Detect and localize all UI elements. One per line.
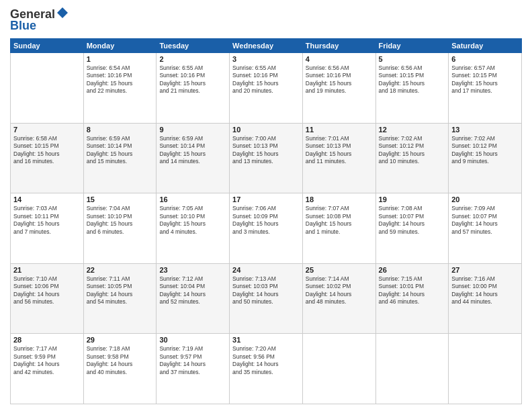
calendar-cell: 2Sunrise: 6:55 AM Sunset: 10:16 PM Dayli… bbox=[157, 53, 230, 124]
day-info: Sunrise: 7:07 AM Sunset: 10:08 PM Daylig… bbox=[306, 205, 373, 236]
day-number: 20 bbox=[451, 195, 519, 203]
calendar-cell: 8Sunrise: 6:59 AM Sunset: 10:14 PM Dayli… bbox=[83, 123, 157, 193]
calendar-week-row: 1Sunrise: 6:54 AM Sunset: 10:16 PM Dayli… bbox=[11, 53, 522, 124]
calendar-cell: 5Sunrise: 6:56 AM Sunset: 10:15 PM Dayli… bbox=[375, 53, 449, 124]
day-info: Sunrise: 7:01 AM Sunset: 10:13 PM Daylig… bbox=[306, 135, 373, 166]
day-number: 14 bbox=[13, 195, 81, 203]
day-number: 4 bbox=[306, 55, 373, 63]
calendar-cell: 24Sunrise: 7:13 AM Sunset: 10:03 PM Dayl… bbox=[230, 263, 303, 334]
day-number: 28 bbox=[13, 336, 81, 344]
calendar-cell: 22Sunrise: 7:11 AM Sunset: 10:05 PM Dayl… bbox=[83, 263, 157, 334]
calendar-cell bbox=[11, 53, 84, 124]
calendar-cell: 6Sunrise: 6:57 AM Sunset: 10:15 PM Dayli… bbox=[449, 53, 522, 124]
day-number: 25 bbox=[306, 266, 373, 274]
weekday-header-tuesday: Tuesday bbox=[157, 39, 230, 53]
weekday-header-monday: Monday bbox=[83, 39, 157, 53]
day-info: Sunrise: 6:55 AM Sunset: 10:16 PM Daylig… bbox=[159, 64, 226, 95]
weekday-header-row: SundayMondayTuesdayWednesdayThursdayFrid… bbox=[11, 39, 522, 53]
day-info: Sunrise: 7:17 AM Sunset: 9:59 PM Dayligh… bbox=[13, 345, 81, 376]
calendar-week-row: 21Sunrise: 7:10 AM Sunset: 10:06 PM Dayl… bbox=[11, 263, 522, 334]
day-number: 8 bbox=[87, 126, 154, 134]
day-number: 6 bbox=[451, 55, 519, 63]
day-info: Sunrise: 7:20 AM Sunset: 9:56 PM Dayligh… bbox=[232, 345, 300, 376]
day-number: 27 bbox=[451, 266, 519, 274]
calendar-cell: 1Sunrise: 6:54 AM Sunset: 10:16 PM Dayli… bbox=[83, 53, 157, 124]
day-number: 15 bbox=[87, 195, 154, 203]
day-info: Sunrise: 6:56 AM Sunset: 10:16 PM Daylig… bbox=[306, 64, 373, 95]
day-number: 12 bbox=[379, 126, 446, 134]
calendar-cell: 28Sunrise: 7:17 AM Sunset: 9:59 PM Dayli… bbox=[11, 334, 84, 404]
day-info: Sunrise: 7:03 AM Sunset: 10:11 PM Daylig… bbox=[13, 205, 81, 236]
calendar-cell: 3Sunrise: 6:55 AM Sunset: 10:16 PM Dayli… bbox=[230, 53, 303, 124]
svg-marker-0 bbox=[57, 7, 68, 18]
calendar-cell: 16Sunrise: 7:05 AM Sunset: 10:10 PM Dayl… bbox=[157, 193, 230, 264]
day-info: Sunrise: 6:59 AM Sunset: 10:14 PM Daylig… bbox=[87, 135, 154, 166]
weekday-header-saturday: Saturday bbox=[449, 39, 522, 53]
weekday-header-sunday: Sunday bbox=[11, 39, 84, 53]
day-info: Sunrise: 6:59 AM Sunset: 10:14 PM Daylig… bbox=[159, 135, 226, 166]
day-info: Sunrise: 6:58 AM Sunset: 10:15 PM Daylig… bbox=[13, 135, 81, 166]
day-number: 26 bbox=[379, 266, 446, 274]
calendar-week-row: 28Sunrise: 7:17 AM Sunset: 9:59 PM Dayli… bbox=[11, 334, 522, 404]
calendar-cell: 30Sunrise: 7:19 AM Sunset: 9:57 PM Dayli… bbox=[157, 334, 230, 404]
day-number: 30 bbox=[159, 336, 226, 344]
calendar-week-row: 7Sunrise: 6:58 AM Sunset: 10:15 PM Dayli… bbox=[11, 123, 522, 193]
header: General Blue bbox=[10, 7, 522, 33]
day-number: 23 bbox=[159, 266, 226, 274]
day-number: 3 bbox=[232, 55, 300, 63]
day-info: Sunrise: 7:14 AM Sunset: 10:02 PM Daylig… bbox=[306, 275, 373, 306]
logo-flag-icon bbox=[56, 7, 69, 21]
calendar-cell: 17Sunrise: 7:06 AM Sunset: 10:09 PM Dayl… bbox=[230, 193, 303, 264]
day-info: Sunrise: 7:12 AM Sunset: 10:04 PM Daylig… bbox=[159, 275, 226, 306]
day-number: 22 bbox=[87, 266, 154, 274]
calendar-cell: 29Sunrise: 7:18 AM Sunset: 9:58 PM Dayli… bbox=[83, 334, 157, 404]
weekday-header-wednesday: Wednesday bbox=[230, 39, 303, 53]
day-number: 1 bbox=[87, 55, 154, 63]
calendar-cell: 25Sunrise: 7:14 AM Sunset: 10:02 PM Dayl… bbox=[302, 263, 375, 334]
day-info: Sunrise: 7:16 AM Sunset: 10:00 PM Daylig… bbox=[451, 275, 519, 306]
day-number: 19 bbox=[379, 195, 446, 203]
day-number: 29 bbox=[87, 336, 154, 344]
day-info: Sunrise: 7:09 AM Sunset: 10:07 PM Daylig… bbox=[451, 205, 519, 236]
day-info: Sunrise: 6:56 AM Sunset: 10:15 PM Daylig… bbox=[379, 64, 446, 95]
calendar-cell bbox=[449, 334, 522, 404]
day-info: Sunrise: 7:11 AM Sunset: 10:05 PM Daylig… bbox=[87, 275, 154, 306]
day-number: 17 bbox=[232, 195, 300, 203]
calendar-cell: 31Sunrise: 7:20 AM Sunset: 9:56 PM Dayli… bbox=[230, 334, 303, 404]
day-info: Sunrise: 7:02 AM Sunset: 10:12 PM Daylig… bbox=[379, 135, 446, 166]
day-info: Sunrise: 7:06 AM Sunset: 10:09 PM Daylig… bbox=[232, 205, 300, 236]
logo: General Blue bbox=[10, 7, 69, 33]
day-info: Sunrise: 7:15 AM Sunset: 10:01 PM Daylig… bbox=[379, 275, 446, 306]
day-info: Sunrise: 6:57 AM Sunset: 10:15 PM Daylig… bbox=[451, 64, 519, 95]
calendar-cell: 21Sunrise: 7:10 AM Sunset: 10:06 PM Dayl… bbox=[11, 263, 84, 334]
day-number: 10 bbox=[232, 126, 300, 134]
day-info: Sunrise: 7:10 AM Sunset: 10:06 PM Daylig… bbox=[13, 275, 81, 306]
day-info: Sunrise: 7:19 AM Sunset: 9:57 PM Dayligh… bbox=[159, 345, 226, 376]
day-info: Sunrise: 7:18 AM Sunset: 9:58 PM Dayligh… bbox=[87, 345, 154, 376]
day-number: 18 bbox=[306, 195, 373, 203]
day-number: 31 bbox=[232, 336, 300, 344]
calendar-cell: 7Sunrise: 6:58 AM Sunset: 10:15 PM Dayli… bbox=[11, 123, 84, 193]
calendar-cell: 11Sunrise: 7:01 AM Sunset: 10:13 PM Dayl… bbox=[302, 123, 375, 193]
calendar-cell: 19Sunrise: 7:08 AM Sunset: 10:07 PM Dayl… bbox=[375, 193, 449, 264]
calendar-table: SundayMondayTuesdayWednesdayThursdayFrid… bbox=[10, 38, 522, 404]
day-info: Sunrise: 7:13 AM Sunset: 10:03 PM Daylig… bbox=[232, 275, 300, 306]
calendar-cell bbox=[302, 334, 375, 404]
weekday-header-friday: Friday bbox=[375, 39, 449, 53]
day-info: Sunrise: 6:54 AM Sunset: 10:16 PM Daylig… bbox=[87, 64, 154, 95]
day-number: 9 bbox=[159, 126, 226, 134]
calendar-cell: 18Sunrise: 7:07 AM Sunset: 10:08 PM Dayl… bbox=[302, 193, 375, 264]
calendar-cell: 14Sunrise: 7:03 AM Sunset: 10:11 PM Dayl… bbox=[11, 193, 84, 264]
day-info: Sunrise: 7:04 AM Sunset: 10:10 PM Daylig… bbox=[87, 205, 154, 236]
day-info: Sunrise: 7:05 AM Sunset: 10:10 PM Daylig… bbox=[159, 205, 226, 236]
day-info: Sunrise: 7:02 AM Sunset: 10:12 PM Daylig… bbox=[451, 135, 519, 166]
logo-blue-text: Blue bbox=[10, 19, 36, 33]
day-info: Sunrise: 6:55 AM Sunset: 10:16 PM Daylig… bbox=[232, 64, 300, 95]
calendar-cell: 27Sunrise: 7:16 AM Sunset: 10:00 PM Dayl… bbox=[449, 263, 522, 334]
calendar-cell: 26Sunrise: 7:15 AM Sunset: 10:01 PM Dayl… bbox=[375, 263, 449, 334]
calendar-cell: 10Sunrise: 7:00 AM Sunset: 10:13 PM Dayl… bbox=[230, 123, 303, 193]
calendar-cell: 13Sunrise: 7:02 AM Sunset: 10:12 PM Dayl… bbox=[449, 123, 522, 193]
calendar-cell: 20Sunrise: 7:09 AM Sunset: 10:07 PM Dayl… bbox=[449, 193, 522, 264]
calendar-cell: 12Sunrise: 7:02 AM Sunset: 10:12 PM Dayl… bbox=[375, 123, 449, 193]
day-number: 5 bbox=[379, 55, 446, 63]
